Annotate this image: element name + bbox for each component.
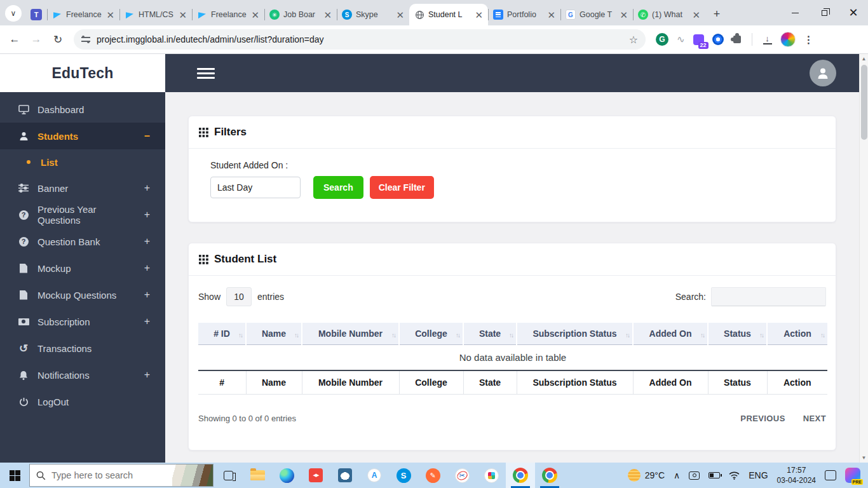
- scroll-down-icon[interactable]: ▼: [862, 453, 867, 463]
- pinned-tab-teams[interactable]: T: [25, 4, 47, 25]
- compass-app-button[interactable]: A: [360, 463, 389, 488]
- tray-display-icon[interactable]: [689, 471, 700, 480]
- downloads-icon[interactable]: ↓: [763, 34, 772, 44]
- start-button[interactable]: [0, 463, 29, 488]
- close-icon[interactable]: ✕: [396, 10, 404, 20]
- back-button[interactable]: ←: [5, 30, 24, 49]
- anydesk-button[interactable]: ◀▶: [301, 463, 330, 488]
- sidebar-item-list[interactable]: List: [0, 149, 165, 175]
- close-icon: ✕: [848, 7, 858, 18]
- task-view-button[interactable]: [214, 463, 243, 488]
- tray-chevron-up-icon[interactable]: ∧: [674, 470, 680, 480]
- grammarly-extension-icon[interactable]: G: [656, 33, 668, 46]
- duration-input[interactable]: [210, 177, 301, 198]
- edge-button[interactable]: [272, 463, 301, 488]
- tab-google-translate[interactable]: G Google T ✕: [560, 4, 633, 25]
- chrome-button-2[interactable]: [535, 463, 564, 488]
- browser-menu-icon[interactable]: ⋮: [804, 34, 814, 46]
- column-header-name[interactable]: Name↑↓: [246, 323, 302, 345]
- close-icon[interactable]: ✕: [692, 10, 700, 20]
- column-header-added-on[interactable]: Added On↑↓: [633, 323, 708, 345]
- sidebar-item-mockup-questions[interactable]: Mockup Questions +: [0, 281, 165, 308]
- logo[interactable]: EduTech: [0, 54, 165, 92]
- bookmark-star-icon[interactable]: ☆: [629, 34, 638, 46]
- screen-snip-button[interactable]: ✂: [447, 463, 477, 488]
- previous-button[interactable]: PREVIOUS: [740, 414, 785, 423]
- minimize-button[interactable]: [780, 0, 810, 25]
- forward-button[interactable]: →: [27, 30, 46, 49]
- purple-extension-icon[interactable]: 22: [693, 34, 704, 45]
- extensions-puzzle-icon[interactable]: [733, 36, 741, 43]
- hamburger-menu-icon[interactable]: [197, 68, 215, 79]
- notification-center-icon[interactable]: [825, 470, 836, 480]
- restore-button[interactable]: [810, 0, 839, 25]
- chrome-button-active[interactable]: [506, 463, 535, 488]
- sidebar-item-transactions[interactable]: ↺ Transactions: [0, 335, 165, 362]
- column-header-action[interactable]: Action↑↓: [767, 323, 827, 345]
- close-icon[interactable]: ✕: [547, 10, 555, 20]
- next-button[interactable]: NEXT: [803, 414, 826, 423]
- gray-extension-icon[interactable]: ∿: [677, 34, 685, 45]
- tabstrip-chevron-button[interactable]: ∨: [5, 5, 22, 22]
- close-icon[interactable]: ✕: [251, 10, 259, 20]
- close-icon[interactable]: ✕: [475, 10, 483, 20]
- tab-freelancer-2[interactable]: Freelance ✕: [192, 4, 264, 25]
- file-explorer-button[interactable]: [243, 463, 272, 488]
- wifi-icon[interactable]: [729, 471, 740, 480]
- close-icon[interactable]: ✕: [106, 10, 114, 20]
- table-search-input[interactable]: [711, 287, 826, 306]
- search-button[interactable]: Search: [313, 176, 363, 199]
- sidebar-item-banner[interactable]: Banner +: [0, 175, 165, 201]
- user-avatar[interactable]: [810, 60, 836, 86]
- site-settings-icon[interactable]: [81, 37, 90, 42]
- sidebar-item-previous-year-questions[interactable]: ? Previous Year Questions +: [0, 201, 165, 228]
- scrollbar-thumb[interactable]: [861, 65, 867, 140]
- column-header-college[interactable]: College↑↓: [399, 323, 463, 345]
- language-indicator[interactable]: ENG: [749, 470, 768, 480]
- close-icon[interactable]: ✕: [323, 10, 332, 20]
- skype-button[interactable]: S: [389, 463, 418, 488]
- sidebar-item-question-bank[interactable]: ? Question Bank +: [0, 228, 165, 255]
- page-scrollbar[interactable]: ▲ ▼: [859, 54, 868, 463]
- browser-profile-avatar[interactable]: [780, 32, 796, 47]
- address-bar[interactable]: project.imgglobal.in/edutech/admin/user/…: [74, 29, 646, 50]
- sidebar-item-subscription[interactable]: Subscription +: [0, 308, 165, 335]
- tab-freelancer-1[interactable]: Freelance ✕: [47, 4, 119, 25]
- column-header-mobile[interactable]: Mobile Number↑↓: [302, 323, 399, 345]
- entries-select[interactable]: 10: [226, 287, 252, 306]
- tab-skype[interactable]: S Skype ✕: [337, 4, 409, 25]
- weather-widget[interactable]: 29°C: [628, 469, 665, 482]
- new-tab-button[interactable]: +: [708, 5, 726, 23]
- column-header-status[interactable]: Status↑↓: [708, 323, 767, 345]
- sidebar-item-dashboard[interactable]: Dashboard: [0, 96, 165, 123]
- postman-button[interactable]: ✎: [418, 463, 447, 488]
- close-window-button[interactable]: ✕: [839, 0, 868, 25]
- tab-whatsapp[interactable]: ✆ (1) What ✕: [633, 4, 705, 25]
- sidebar-item-students[interactable]: Students –: [0, 123, 165, 149]
- postgresql-button[interactable]: [330, 463, 360, 488]
- time: 17:57: [777, 465, 816, 475]
- sidebar-item-logout[interactable]: LogOut: [0, 388, 165, 415]
- scroll-up-icon[interactable]: ▲: [862, 54, 867, 64]
- column-header-state[interactable]: State↑↓: [463, 323, 517, 345]
- reload-button[interactable]: ↻: [48, 30, 67, 49]
- sidebar-item-notifications[interactable]: Notifications +: [0, 362, 165, 388]
- taskbar-search-box[interactable]: [29, 464, 214, 487]
- close-icon[interactable]: ✕: [620, 10, 628, 20]
- slack-button[interactable]: [477, 463, 506, 488]
- blue-extension-icon[interactable]: [712, 34, 724, 45]
- taskbar-search-input[interactable]: [51, 470, 166, 480]
- copilot-icon[interactable]: PRE: [845, 468, 860, 483]
- column-header-subscription-status[interactable]: Subscription Status↑↓: [517, 323, 633, 345]
- tab-portfolio[interactable]: Portfolio ✕: [488, 4, 560, 25]
- search-doodle-image[interactable]: [172, 464, 213, 486]
- close-icon[interactable]: ✕: [179, 10, 187, 20]
- tab-student-list-active[interactable]: Student L ✕: [409, 4, 488, 25]
- sidebar-item-mockup[interactable]: Mockup +: [0, 255, 165, 281]
- battery-icon[interactable]: [709, 472, 720, 478]
- tab-job-board[interactable]: ✳ Job Boar ✕: [264, 4, 337, 25]
- clock[interactable]: 17:57 03-04-2024: [777, 465, 816, 485]
- tab-htmlcss[interactable]: HTML/CS ✕: [119, 4, 192, 25]
- column-header-id[interactable]: # ID↑↓: [198, 323, 246, 345]
- clear-filter-button[interactable]: Clear Filter: [370, 176, 434, 199]
